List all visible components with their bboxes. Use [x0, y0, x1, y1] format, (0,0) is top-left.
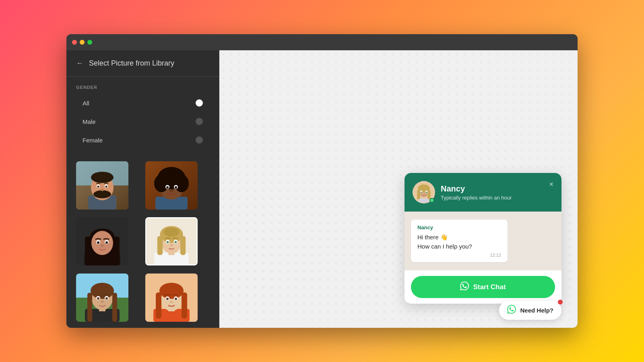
- photo-item-3[interactable]: [76, 217, 128, 265]
- gender-label: GENDER: [76, 85, 209, 90]
- close-window-button[interactable]: [72, 40, 77, 45]
- svg-point-46: [164, 228, 179, 237]
- svg-rect-58: [87, 293, 92, 322]
- svg-point-70: [159, 283, 184, 299]
- titlebar: [66, 34, 578, 50]
- minimize-window-button[interactable]: [80, 40, 85, 45]
- bubble-text-line2: How can I help you?: [417, 242, 501, 251]
- gender-all-radio[interactable]: [196, 99, 203, 107]
- need-help-text: Need Help?: [520, 307, 553, 314]
- svg-point-36: [105, 241, 108, 244]
- svg-point-11: [101, 189, 104, 191]
- gender-option-female[interactable]: Female: [76, 132, 209, 148]
- svg-point-21: [166, 186, 169, 189]
- gender-male-label: Male: [83, 118, 96, 125]
- svg-rect-72: [182, 292, 187, 319]
- photo-item-4[interactable]: [145, 217, 198, 265]
- app-window: ← Select Picture from Library GENDER All…: [66, 34, 578, 328]
- right-panel: Nancy Typically replies within an hour ×…: [219, 50, 578, 328]
- svg-point-64: [101, 300, 104, 303]
- gender-female-label: Female: [83, 137, 103, 144]
- svg-point-22: [175, 186, 177, 189]
- panel-header: ← Select Picture from Library: [66, 50, 219, 77]
- photo-item-2[interactable]: [145, 161, 198, 210]
- svg-point-51: [170, 244, 173, 246]
- bubble-sender: Nancy: [417, 224, 501, 230]
- svg-point-5: [91, 172, 114, 183]
- svg-point-63: [105, 297, 108, 300]
- chat-header-info: Nancy Typically replies within an hour: [441, 184, 553, 201]
- svg-rect-31: [85, 237, 91, 265]
- svg-point-86: [426, 191, 427, 193]
- svg-point-49: [166, 241, 169, 243]
- chat-footer: Start Chat: [405, 270, 561, 304]
- photos-grid: [66, 158, 219, 328]
- svg-point-62: [97, 297, 99, 300]
- svg-rect-81: [417, 190, 420, 199]
- chat-widget: Nancy Typically replies within an hour ×…: [405, 173, 561, 304]
- gender-female-radio[interactable]: [196, 136, 203, 144]
- traffic-lights: [72, 40, 92, 45]
- photo-item-6[interactable]: [145, 274, 198, 322]
- svg-point-50: [174, 241, 177, 243]
- svg-rect-71: [156, 292, 161, 319]
- svg-point-77: [170, 301, 173, 303]
- gender-option-male[interactable]: Male: [76, 113, 209, 130]
- chat-avatar-wrap: [413, 181, 435, 204]
- svg-point-30: [91, 231, 113, 255]
- need-help-button[interactable]: Need Help?: [499, 301, 561, 320]
- gender-male-radio[interactable]: [196, 118, 203, 125]
- chat-close-button[interactable]: ×: [547, 179, 555, 190]
- svg-rect-87: [419, 199, 429, 203]
- chat-header: Nancy Typically replies within an hour ×: [405, 173, 561, 212]
- photo-item-1[interactable]: [76, 161, 128, 210]
- start-chat-label: Start Chat: [473, 283, 506, 291]
- whatsapp-icon: [460, 282, 469, 292]
- back-button[interactable]: ←: [76, 59, 83, 68]
- gender-section: GENDER All Male Female: [66, 77, 219, 158]
- svg-rect-59: [112, 293, 117, 322]
- gender-all-label: All: [83, 100, 89, 107]
- notification-dot: [558, 300, 563, 304]
- svg-rect-44: [157, 236, 162, 255]
- left-panel: ← Select Picture from Library GENDER All…: [66, 50, 219, 328]
- svg-point-37: [101, 245, 104, 247]
- svg-point-6: [93, 190, 111, 198]
- panel-title: Select Picture from Library: [89, 59, 174, 68]
- svg-point-75: [166, 298, 169, 300]
- svg-point-57: [91, 283, 114, 299]
- svg-point-85: [421, 191, 422, 193]
- svg-point-76: [175, 298, 177, 300]
- svg-point-23: [169, 189, 173, 192]
- photo-item-5[interactable]: [76, 274, 128, 322]
- gender-option-all[interactable]: All: [76, 95, 209, 111]
- window-body: ← Select Picture from Library GENDER All…: [66, 50, 578, 328]
- agent-status: Typically replies within an hour: [441, 195, 553, 201]
- agent-name: Nancy: [441, 184, 553, 193]
- chat-bubble: Nancy Hi there 👋 How can I help you? 12:…: [411, 220, 508, 262]
- svg-rect-45: [180, 236, 185, 255]
- chat-body: Nancy Hi there 👋 How can I help you? 12:…: [405, 212, 561, 270]
- svg-point-10: [105, 186, 107, 188]
- online-indicator: [429, 198, 434, 203]
- bubble-text-line1: Hi there 👋: [417, 233, 501, 242]
- svg-point-9: [97, 186, 99, 188]
- bubble-time: 12:12: [417, 253, 501, 257]
- svg-point-35: [97, 241, 99, 244]
- need-help-whatsapp-icon: [507, 305, 516, 316]
- svg-rect-32: [113, 237, 120, 265]
- maximize-window-button[interactable]: [87, 40, 92, 45]
- start-chat-button[interactable]: Start Chat: [411, 276, 555, 298]
